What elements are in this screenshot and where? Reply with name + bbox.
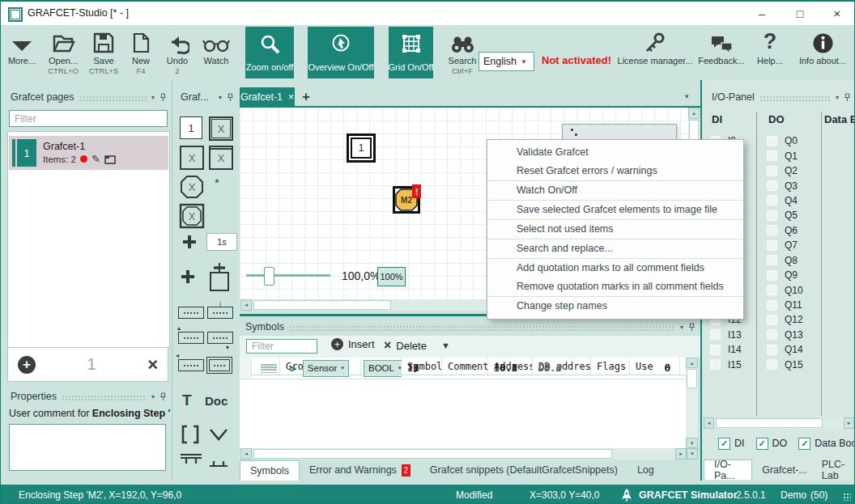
tab-log[interactable]: Log <box>627 464 664 476</box>
tab-grafcet-1[interactable]: Grafcet-1 × <box>240 87 295 107</box>
io-indicator[interactable] <box>767 270 777 281</box>
save-button[interactable]: Save CTRL+S <box>83 28 125 78</box>
help-button[interactable]: ? Help... <box>751 28 789 78</box>
io-indicator[interactable] <box>710 359 721 370</box>
io-indicator[interactable] <box>710 345 721 355</box>
insert-symbol-button[interactable]: + Insert <box>331 338 375 350</box>
menu-change-step-names[interactable]: Change step names <box>487 297 743 316</box>
panel-caret-icon[interactable]: ▾ <box>151 94 155 101</box>
tool-action-topline[interactable]: | <box>207 307 233 319</box>
tool-macro-step[interactable]: X <box>179 174 205 200</box>
menu-validate-grafcet[interactable]: Validate Grafcet <box>487 143 743 162</box>
tool-step-double[interactable]: X <box>209 116 233 141</box>
undo-button[interactable]: Undo 2 <box>156 28 198 78</box>
resize-grip[interactable] <box>843 493 851 501</box>
do-item[interactable]: Q2 <box>767 163 815 178</box>
minimize-button[interactable]: – <box>744 2 780 25</box>
language-select[interactable]: English ▼ <box>479 52 534 71</box>
group-dropdown[interactable]: Sensor▾ <box>303 360 349 377</box>
io-indicator[interactable] <box>767 240 777 251</box>
table-horizontal-scrollbar[interactable]: ◂ ▸ ▾ <box>240 448 698 460</box>
scroll-left-icon[interactable]: ◂ <box>240 299 252 311</box>
do-item[interactable]: Q1 <box>767 148 815 163</box>
tool-action-left[interactable]: ◂ <box>178 359 204 371</box>
tool-step[interactable]: X <box>180 146 204 170</box>
tool-initial-step[interactable]: 1 <box>180 116 202 139</box>
symbols-more-dropdown[interactable]: ▼ <box>441 341 450 350</box>
symbol-cell[interactable]: I3 <box>402 362 442 374</box>
delete-symbol-button[interactable]: × Delete <box>384 338 427 353</box>
tab-symbols[interactable]: Symbols <box>240 460 300 481</box>
do-item[interactable]: Q3 <box>767 178 815 193</box>
tab-plc-lab[interactable]: PLC-Lab <box>817 459 855 481</box>
tool-step-with-transition[interactable] <box>206 263 232 294</box>
scrollbar-thumb[interactable] <box>253 300 391 310</box>
menu-remove-quotes[interactable]: Remove quotation marks in all comment fi… <box>487 277 743 297</box>
pin-icon[interactable] <box>688 323 695 332</box>
status-simulator-label[interactable]: GRAFCET Simulator <box>639 489 738 501</box>
do-item[interactable]: Q14 <box>767 342 815 357</box>
do-item[interactable]: Q8 <box>767 253 815 268</box>
do-item[interactable]: Q10 <box>767 282 815 297</box>
tab-errors[interactable]: Error and Warnings 2 <box>300 464 420 476</box>
io-indicator[interactable] <box>767 255 777 265</box>
scrollbar-thumb[interactable] <box>716 418 823 428</box>
drag-handle-icon[interactable] <box>261 364 277 373</box>
pencil-icon[interactable]: ✎ <box>91 153 100 165</box>
grid-toggle-button[interactable]: Grid On/Off <box>389 27 433 78</box>
tool-transition2[interactable] <box>181 270 194 283</box>
tool-enclosure-bracket[interactable] <box>181 424 200 445</box>
close-button[interactable]: × <box>819 2 855 25</box>
delete-page-button[interactable]: × <box>147 354 158 375</box>
license-manager-button[interactable]: License manager... <box>623 28 687 78</box>
scroll-up-icon[interactable]: ▴ <box>686 358 698 368</box>
tool-action[interactable] <box>178 307 204 319</box>
io-indicator[interactable] <box>767 180 777 191</box>
io-indicator[interactable] <box>767 329 777 340</box>
zoom-reset-button[interactable]: 100% <box>377 267 406 286</box>
tool-arrow-down[interactable] <box>208 426 229 444</box>
io-checkbox[interactable]: ✓ Data Boo <box>798 438 855 450</box>
menu-watch-on-off[interactable]: Watch On/Off <box>487 181 743 201</box>
scroll-right-icon[interactable]: ▸ <box>675 448 687 460</box>
symbols-filter-input[interactable] <box>246 339 317 354</box>
tab-io-panel[interactable]: I/O-Pa... <box>704 460 752 480</box>
pin-icon[interactable] <box>227 93 234 102</box>
tool-action-down[interactable]: ▾ <box>207 332 233 344</box>
db-address-cell[interactable]: D0.3 <box>533 362 591 374</box>
io-indicator[interactable] <box>767 136 777 146</box>
grafcet-page-item[interactable]: 1 Grafcet-1 Items: 2 ✎ <box>9 136 168 170</box>
menu-reset-errors[interactable]: Reset Grafcet errors / warnings <box>487 162 743 181</box>
do-item[interactable]: Q11 <box>767 298 815 312</box>
scrollbar-thumb[interactable] <box>253 449 612 459</box>
tool-timer[interactable]: 1s <box>206 233 237 251</box>
panel-caret-icon[interactable]: ▾ <box>151 393 155 400</box>
io-indicator[interactable] <box>710 329 721 340</box>
io-indicator[interactable] <box>767 150 777 161</box>
io-indicator[interactable] <box>767 195 777 205</box>
zoom-slider-track[interactable] <box>246 274 330 277</box>
symbol-row[interactable]: > Sensor▾ BOOL▾ I3 I0.3 D0.3 0 <box>240 358 686 379</box>
io-indicator[interactable] <box>767 359 777 370</box>
tab-grafcet[interactable]: Grafcet-... <box>752 464 817 476</box>
menu-search-replace[interactable]: Search and replace... <box>487 239 743 259</box>
do-item[interactable]: Q4 <box>767 193 815 208</box>
menu-save-elements-image[interactable]: Save selected Grafcet elements to image … <box>487 201 743 220</box>
io-checkbox[interactable]: ✓ DO <box>756 438 788 450</box>
pin-icon[interactable] <box>160 392 167 401</box>
maximize-button[interactable]: □ <box>782 2 818 25</box>
new-tab-button[interactable]: + <box>302 89 310 105</box>
panel-caret-icon[interactable]: ▾ <box>836 94 839 101</box>
tab-list-caret-icon[interactable]: ▾ <box>685 92 689 100</box>
tool-star[interactable]: * <box>215 176 219 189</box>
more-button[interactable]: More... <box>1 28 43 78</box>
scrollbar-thumb[interactable] <box>687 369 697 388</box>
tab-snippets[interactable]: Grafcet snippets (DefaultGrafcetSnippets… <box>420 464 627 476</box>
scrollbar-thumb[interactable] <box>689 120 699 141</box>
do-item[interactable]: Q7 <box>767 238 815 252</box>
io-indicator[interactable] <box>767 315 777 325</box>
scroll-left-icon[interactable]: ◂ <box>240 448 252 460</box>
feedback-button[interactable]: Feedback... <box>695 28 747 78</box>
io-indicator[interactable] <box>767 345 777 355</box>
do-item[interactable]: Q9 <box>767 268 815 282</box>
